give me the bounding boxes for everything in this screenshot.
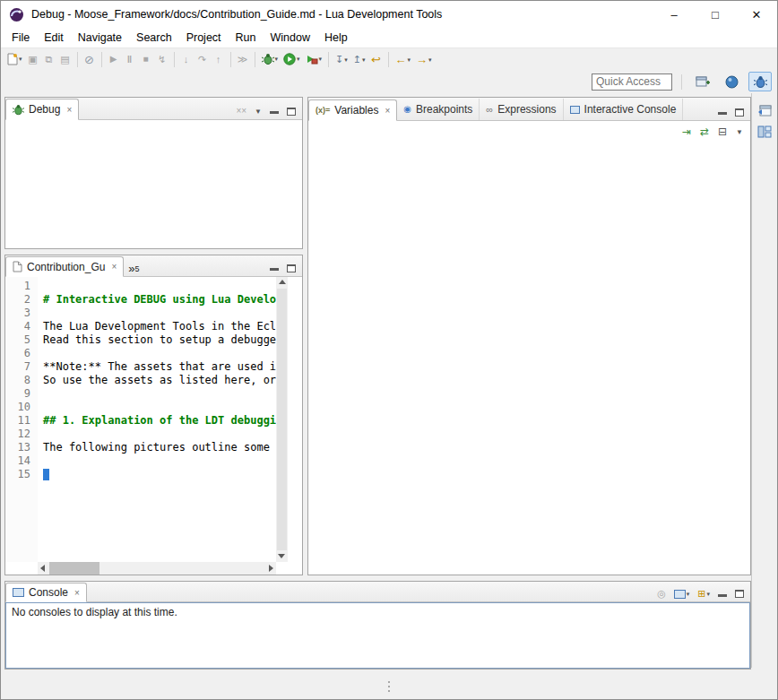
scroll-up-icon[interactable] bbox=[279, 280, 286, 284]
perspective-layout-button[interactable] bbox=[756, 124, 774, 140]
show-type-names-button[interactable]: ⇄ bbox=[700, 125, 709, 138]
step-over-button[interactable]: ↷ bbox=[194, 49, 211, 69]
print-button[interactable]: ▤ bbox=[57, 49, 73, 69]
editor-tab-overflow-button[interactable]: » 5 bbox=[124, 264, 143, 276]
editor-line[interactable]: ## 1. Explanation of the LDT debuggin bbox=[43, 414, 276, 428]
back-button[interactable]: ← ▾ bbox=[393, 49, 414, 69]
console-content: No consoles to display at this time. bbox=[5, 602, 750, 669]
use-step-filters-button[interactable]: ≫ bbox=[235, 49, 251, 69]
menu-search[interactable]: Search bbox=[129, 29, 179, 47]
save-all-button[interactable]: ⧉ bbox=[41, 49, 57, 69]
tab-debug[interactable]: Debug × bbox=[5, 99, 79, 120]
remove-all-terminated-button[interactable]: ×× bbox=[236, 107, 246, 116]
maximize-view-button[interactable] bbox=[735, 590, 744, 598]
maximize-view-button[interactable] bbox=[735, 108, 744, 117]
scroll-right-icon[interactable] bbox=[269, 565, 273, 572]
close-tab-icon[interactable]: × bbox=[66, 105, 72, 115]
editor-line[interactable] bbox=[43, 307, 276, 320]
vertical-scroll-thumb[interactable] bbox=[277, 289, 287, 550]
step-into-button[interactable]: ↓ bbox=[178, 49, 194, 69]
menu-file[interactable]: File bbox=[4, 29, 37, 47]
editor-line[interactable] bbox=[43, 454, 276, 468]
open-perspective-button[interactable] bbox=[691, 72, 714, 91]
tab-console[interactable]: Console × bbox=[5, 583, 87, 602]
minimize-button[interactable]: – bbox=[653, 1, 695, 28]
open-console-button[interactable]: ⊞ ▾ bbox=[697, 589, 710, 599]
maximize-view-button[interactable] bbox=[287, 108, 296, 116]
step-return-button[interactable]: ↑ bbox=[211, 49, 227, 69]
menu-window[interactable]: Window bbox=[264, 29, 317, 47]
maximize-button[interactable]: □ bbox=[695, 1, 736, 28]
menu-run[interactable]: Run bbox=[229, 29, 264, 47]
dropdown-icon: ▾ bbox=[275, 56, 279, 63]
editor-line[interactable] bbox=[43, 347, 276, 360]
tab-contribution-guide[interactable]: Contribution_Gu × bbox=[5, 256, 124, 277]
overview-ruler bbox=[288, 277, 302, 562]
editor-content[interactable]: 123456789101112131415 # Interactive DEBU… bbox=[5, 277, 302, 575]
menu-help[interactable]: Help bbox=[317, 29, 355, 47]
collapse-all-button[interactable]: ⊟ bbox=[718, 125, 727, 138]
tab-variables[interactable]: (x)= Variables × bbox=[308, 99, 397, 121]
debug-button[interactable]: ▾ bbox=[259, 49, 281, 69]
minimize-view-button[interactable] bbox=[718, 112, 727, 115]
minimize-view-button[interactable] bbox=[270, 268, 279, 271]
editor-lines[interactable]: # Interactive DEBUG using Lua DevelopThe… bbox=[38, 277, 276, 562]
toolbar-separator bbox=[77, 52, 78, 67]
editor-line[interactable]: **Note:** The assets that are used in bbox=[43, 360, 276, 374]
editor-line[interactable] bbox=[43, 280, 276, 293]
resume-button[interactable]: ▶ bbox=[106, 49, 122, 69]
editor-vertical-scrollbar[interactable] bbox=[276, 277, 288, 562]
view-menu-button[interactable]: ▼ bbox=[736, 128, 743, 136]
menu-edit[interactable]: Edit bbox=[37, 29, 71, 47]
terminate-button[interactable]: ■ bbox=[138, 49, 154, 69]
disconnect-button[interactable]: ↯ bbox=[154, 49, 170, 69]
external-tools-button[interactable]: ▾ bbox=[303, 49, 325, 69]
dropdown-icon: ▾ bbox=[362, 56, 366, 63]
next-annotation-button[interactable]: ↧ ▾ bbox=[333, 49, 350, 69]
editor-line[interactable]: # Interactive DEBUG using Lua Develop bbox=[43, 293, 276, 307]
run-button[interactable]: ▾ bbox=[281, 49, 303, 69]
close-button[interactable]: ✕ bbox=[736, 1, 777, 28]
dropdown-icon: ▾ bbox=[19, 56, 22, 63]
save-button[interactable]: ▣ bbox=[25, 49, 41, 69]
close-tab-icon[interactable]: × bbox=[385, 106, 390, 116]
show-logical-structure-button[interactable]: ⇥ bbox=[682, 125, 691, 138]
minimize-view-button[interactable] bbox=[718, 594, 727, 597]
close-tab-icon[interactable]: × bbox=[74, 588, 80, 598]
tab-expressions[interactable]: ∞ Expressions bbox=[480, 99, 563, 120]
display-selected-console-button[interactable]: ▾ bbox=[674, 590, 690, 599]
close-tab-icon[interactable]: × bbox=[111, 262, 117, 272]
editor-line[interactable]: The Lua Development Tools in the Ecli bbox=[43, 320, 276, 333]
suspend-button[interactable]: ‖ bbox=[122, 49, 138, 69]
horizontal-scroll-thumb[interactable] bbox=[49, 562, 99, 575]
forward-button[interactable]: → ▾ bbox=[413, 49, 435, 69]
menu-project[interactable]: Project bbox=[179, 29, 229, 47]
menu-navigate[interactable]: Navigate bbox=[71, 29, 129, 47]
perspective-debug-button[interactable] bbox=[748, 72, 772, 91]
pin-console-button[interactable]: ◎ bbox=[657, 589, 666, 599]
view-menu-button[interactable]: ▼ bbox=[255, 108, 262, 116]
skip-breakpoints-button[interactable]: ⊘ bbox=[82, 49, 98, 69]
line-number: 5 bbox=[5, 333, 30, 347]
editor-line[interactable] bbox=[43, 401, 276, 414]
tab-interactive-console[interactable]: Interactive Console bbox=[564, 99, 684, 120]
statusbar-grip[interactable] bbox=[388, 681, 390, 692]
scroll-left-icon[interactable] bbox=[40, 565, 45, 572]
maximize-view-button[interactable] bbox=[287, 264, 296, 272]
editor-line[interactable]: The following pictures outline some o bbox=[43, 441, 276, 454]
new-wizard-button[interactable]: ▾ bbox=[4, 49, 25, 69]
last-edit-location-button[interactable]: ↩ bbox=[368, 49, 385, 69]
editor-line[interactable] bbox=[43, 468, 276, 481]
minimize-view-button[interactable] bbox=[270, 111, 279, 114]
scroll-down-icon[interactable] bbox=[278, 554, 285, 558]
quick-access-input[interactable] bbox=[592, 73, 672, 91]
editor-line[interactable] bbox=[43, 428, 276, 441]
perspective-ldt-button[interactable] bbox=[720, 72, 743, 91]
restore-view-button[interactable] bbox=[756, 102, 774, 118]
tab-breakpoints[interactable]: ◉ Breakpoints bbox=[397, 99, 480, 120]
previous-annotation-button[interactable]: ↥ ▾ bbox=[350, 49, 368, 69]
editor-line[interactable] bbox=[43, 387, 276, 401]
editor-horizontal-scrollbar[interactable] bbox=[38, 562, 276, 575]
editor-line[interactable]: So use the assets as listed here, or j bbox=[43, 374, 276, 387]
editor-line[interactable]: Read this section to setup a debugger bbox=[43, 333, 276, 347]
